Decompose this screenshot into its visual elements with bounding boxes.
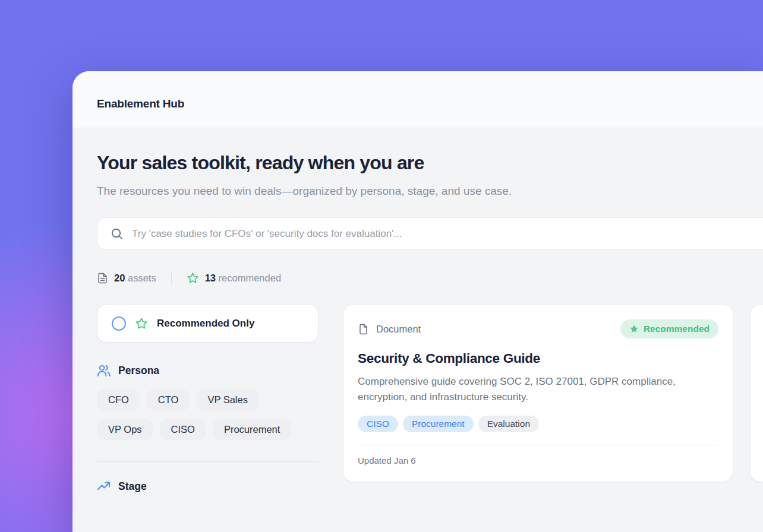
asset-type-label: Document: [376, 324, 421, 335]
recommended-only-toggle[interactable]: Recommended Only: [97, 304, 319, 343]
document-icon: [358, 322, 369, 336]
asset-tag[interactable]: CISO: [358, 416, 398, 432]
stage-label: Stage: [118, 480, 147, 493]
persona-label: Persona: [118, 365, 159, 377]
persona-chip[interactable]: VP Ops: [97, 419, 153, 440]
page-subtitle: The resources you need to win deals—orga…: [97, 182, 522, 200]
persona-chip[interactable]: CTO: [147, 390, 190, 410]
asset-updated: Updated Jan 6: [358, 445, 718, 466]
enablement-hub-window: Enablement Hub Your sales toolkit, ready…: [72, 71, 763, 532]
users-icon: [97, 364, 111, 378]
search-bar[interactable]: [97, 217, 763, 250]
search-icon: [110, 227, 124, 240]
app-title: Enablement Hub: [97, 97, 184, 110]
recommended-only-label: Recommended Only: [157, 318, 254, 330]
persona-chip[interactable]: CISO: [160, 419, 206, 440]
asset-card-partial[interactable]: [750, 304, 763, 482]
app-header: Enablement Hub: [72, 71, 763, 128]
search-input[interactable]: [132, 228, 763, 240]
star-outline-icon: [187, 272, 199, 284]
persona-chip[interactable]: VP Sales: [196, 390, 259, 410]
persona-chip[interactable]: Procurement: [213, 419, 291, 440]
stats-row: 20 assets 13 recommended: [97, 271, 763, 284]
asset-type: Document: [358, 322, 421, 336]
persona-chip[interactable]: CFO: [97, 390, 140, 410]
page-title: Your sales toolkit, ready when you are: [97, 152, 763, 174]
persona-chips: CFOCTOVP SalesVP OpsCISOProcurement: [97, 390, 319, 440]
asset-tag[interactable]: Evaluation: [478, 416, 539, 432]
stage-header: Stage: [97, 480, 319, 493]
recommended-count: 13 recommended: [187, 272, 281, 284]
assets-count: 20 assets: [97, 272, 156, 284]
page-body: Your sales toolkit, ready when you are T…: [72, 152, 763, 493]
recommended-badge: Recommended: [620, 319, 718, 338]
stage-filter-section: Stage: [97, 480, 319, 493]
trending-up-icon: [97, 480, 111, 493]
star-filled-icon: [629, 324, 639, 334]
asset-tags: CISOProcurementEvaluation: [358, 416, 718, 432]
stats-divider: [171, 271, 172, 284]
asset-cards: Document Recommended Security & Complian…: [343, 304, 763, 482]
asset-description: Comprehensive guide covering SOC 2, ISO …: [358, 374, 691, 404]
star-outline-icon: [135, 317, 148, 330]
card-top-row: Document Recommended: [358, 319, 718, 338]
toggle-circle-icon[interactable]: [112, 316, 126, 331]
asset-card[interactable]: Document Recommended Security & Complian…: [343, 304, 733, 482]
content-area: Recommended Only Persona CFOCTOVP SalesV…: [97, 304, 763, 493]
persona-filter-section: Persona CFOCTOVP SalesVP OpsCISOProcurem…: [97, 364, 319, 440]
sidebar-divider: [97, 461, 319, 462]
filters-sidebar: Recommended Only Persona CFOCTOVP SalesV…: [97, 304, 319, 493]
file-text-icon: [97, 272, 108, 284]
recommended-badge-label: Recommended: [644, 324, 710, 334]
asset-title[interactable]: Security & Compliance Guide: [358, 351, 718, 366]
asset-tag[interactable]: Procurement: [403, 416, 474, 432]
persona-header: Persona: [97, 364, 319, 378]
